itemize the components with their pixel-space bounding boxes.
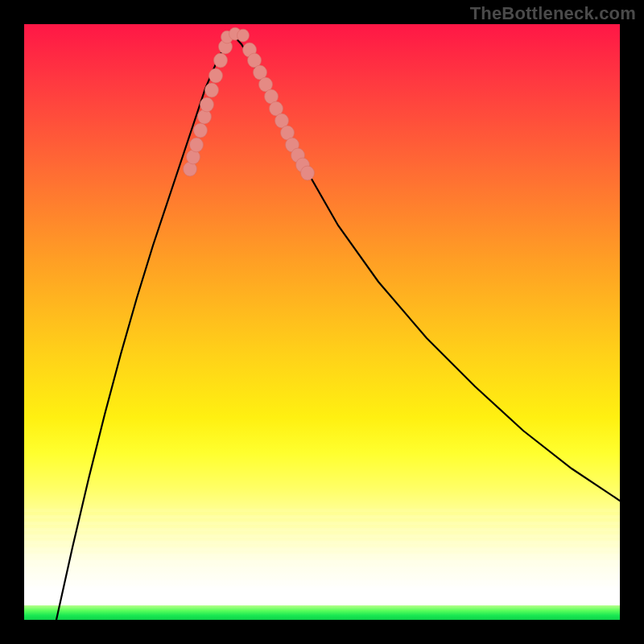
bead-marker	[237, 29, 250, 42]
bead-marker	[194, 123, 208, 138]
right-curve	[233, 35, 620, 501]
bead-marker	[198, 109, 212, 124]
plot-area	[24, 24, 620, 620]
bead-marker	[301, 166, 315, 180]
bead-marker	[214, 53, 228, 68]
watermark-text: TheBottleneck.com	[470, 3, 636, 24]
chart-frame: TheBottleneck.com	[0, 0, 644, 644]
curve-layer	[24, 24, 620, 620]
bead-markers	[184, 27, 315, 180]
bead-marker	[205, 83, 219, 97]
bead-marker	[190, 138, 204, 152]
bead-marker	[209, 68, 223, 83]
bead-marker	[200, 97, 214, 112]
